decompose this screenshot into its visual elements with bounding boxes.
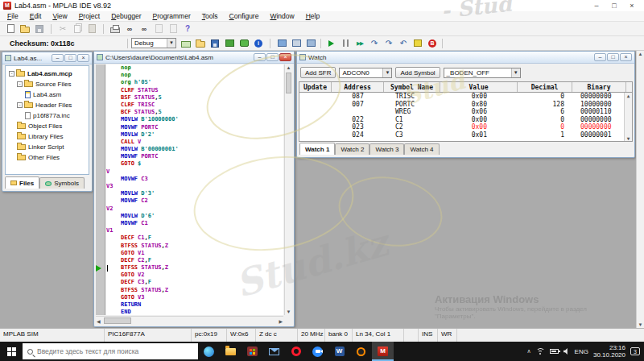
open-file-icon[interactable] xyxy=(19,23,31,35)
build-options-icon[interactable]: i xyxy=(252,37,265,49)
code-line[interactable]: MOVWF C3 xyxy=(106,176,283,183)
close-icon[interactable]: × xyxy=(623,0,641,11)
step-out-icon[interactable]: ↶ xyxy=(397,37,410,49)
word-icon[interactable]: W xyxy=(328,342,350,361)
watch-row-c1[interactable]: 022C10x00000000000 xyxy=(299,116,632,124)
reset-icon[interactable] xyxy=(411,37,424,49)
tray-clock[interactable]: 23:16 30.10.2020 xyxy=(593,344,625,359)
watch-scrollbar[interactable]: ▲ ▼ xyxy=(624,93,632,141)
code-line[interactable]: V xyxy=(106,168,283,176)
column-header-value[interactable]: Value xyxy=(440,82,518,92)
project-minimize-icon[interactable]: – xyxy=(52,54,64,62)
code-line[interactable]: V3 xyxy=(106,183,283,190)
menu-window[interactable]: Window xyxy=(264,11,299,22)
column-header-binary[interactable]: Binary xyxy=(572,82,626,92)
code-line[interactable]: MOVWF PORTC xyxy=(106,153,283,160)
project-close-icon[interactable]: × xyxy=(77,54,89,62)
edge-icon[interactable] xyxy=(198,342,220,361)
tab-files[interactable]: Files xyxy=(5,176,39,189)
camera-app-icon[interactable] xyxy=(350,342,372,361)
code-line[interactable]: GOTO V3 xyxy=(106,294,283,301)
code-line[interactable]: MOVLW B'10000000' xyxy=(106,116,283,123)
find-icon[interactable]: ∞ xyxy=(123,23,136,35)
print-icon[interactable] xyxy=(109,23,122,35)
tab-watch-3[interactable]: Watch 3 xyxy=(369,143,404,155)
code-line[interactable]: MOVLW B'00000001' xyxy=(106,146,283,153)
code-line[interactable]: END xyxy=(106,309,283,315)
code-line[interactable]: MOVLW D'6' xyxy=(106,213,283,220)
editor-gutter[interactable] xyxy=(96,64,105,315)
zoom-icon[interactable] xyxy=(307,342,328,361)
code-line[interactable]: BTFSS STATUS,Z xyxy=(106,264,283,272)
code-line[interactable]: MOVLW D'2' xyxy=(106,131,283,139)
symbol-select[interactable]: _BODEN_OFF▼ xyxy=(444,68,521,78)
menu-edit[interactable]: Edit xyxy=(24,11,47,22)
code-line[interactable]: RETURN xyxy=(106,301,283,309)
save-file-icon[interactable] xyxy=(33,23,46,35)
speaker-icon[interactable] xyxy=(564,348,570,355)
tab-watch-1[interactable]: Watch 1 xyxy=(299,143,335,155)
build-icon[interactable] xyxy=(223,37,236,49)
opera-icon[interactable] xyxy=(285,342,307,361)
scroll-left-icon[interactable]: ◀ xyxy=(97,318,101,324)
watch-row-portc[interactable]: 007PORTC0x8012810000000 xyxy=(299,101,632,109)
project-window-titlebar[interactable]: Lab4.as... – □ × xyxy=(2,52,92,64)
make-icon[interactable] xyxy=(237,37,250,49)
code-line[interactable]: BCF STATUS,5 xyxy=(106,109,283,116)
watch-row-c2[interactable]: 023C20x00000000000 xyxy=(299,123,632,131)
watch-maximize-icon[interactable]: □ xyxy=(607,53,619,61)
tree-item-lab4-asm[interactable]: Lab4.asm xyxy=(7,89,89,100)
run-icon[interactable] xyxy=(324,37,337,49)
tray-expand-icon[interactable]: ∧ xyxy=(526,348,530,355)
new-file-icon[interactable] xyxy=(4,23,17,35)
tree-item-linker-script[interactable]: Linker Script xyxy=(7,142,89,152)
code-line[interactable]: MOVWF C2 xyxy=(106,197,283,205)
mplab-taskbar-icon[interactable]: M xyxy=(372,342,394,361)
code-line[interactable]: GOTO $ xyxy=(106,160,283,168)
step-over-icon[interactable]: ↷ xyxy=(382,37,395,49)
watch-close-icon[interactable]: × xyxy=(620,53,632,61)
tree-item-lab4-asm-mcp[interactable]: -Lab4.asm.mcp xyxy=(7,68,89,79)
find-next-icon[interactable]: ∞ xyxy=(138,23,151,35)
animate-icon[interactable]: ▶▶ xyxy=(353,37,366,49)
language-indicator[interactable]: ENG xyxy=(575,348,588,355)
breakpoints-icon[interactable]: B xyxy=(426,37,439,49)
menu-programmer[interactable]: Programmer xyxy=(147,11,196,22)
code-line[interactable]: BTFSS STATUS,Z xyxy=(106,287,283,294)
start-button[interactable] xyxy=(0,342,23,361)
column-header-decimal[interactable]: Decimal xyxy=(518,82,572,92)
mdi-vertical-scrollbar[interactable]: ▲ ▼ xyxy=(636,51,644,328)
save-workspace-icon[interactable] xyxy=(208,37,221,49)
tree-collapse-icon[interactable]: - xyxy=(17,102,23,108)
tree-collapse-icon[interactable]: - xyxy=(9,71,14,77)
code-line[interactable]: V2 xyxy=(106,205,283,213)
code-line[interactable]: nop xyxy=(106,72,283,79)
tab-watch-2[interactable]: Watch 2 xyxy=(335,143,369,155)
scroll-down-icon[interactable]: ▼ xyxy=(625,135,632,141)
taskbar-search[interactable] xyxy=(23,343,198,359)
paste-icon[interactable] xyxy=(85,23,98,35)
watch-window-titlebar[interactable]: Watch – □ × xyxy=(297,52,634,64)
tree-item-other-files[interactable]: Other Files xyxy=(7,152,89,163)
build-config-select[interactable]: Debug▼ xyxy=(131,38,176,48)
halt-icon[interactable] xyxy=(339,37,352,49)
help-icon[interactable]: ? xyxy=(181,23,194,35)
goto-bookmark-icon[interactable] xyxy=(167,23,180,35)
add-sfr-button[interactable]: Add SFR xyxy=(300,67,336,78)
main-titlebar[interactable]: M Lab4.asm - MPLAB IDE v8.92 – □ × xyxy=(0,0,644,11)
tree-item-object-files[interactable]: Object Files xyxy=(7,121,89,131)
code-line[interactable]: DECF C3,F xyxy=(106,279,283,286)
tree-collapse-icon[interactable]: - xyxy=(17,81,23,87)
code-line[interactable]: MOVWF C1 xyxy=(106,220,283,227)
code-line[interactable]: BTFSS STATUS,Z xyxy=(106,243,283,250)
column-header-symbol-name[interactable]: Symbol Name xyxy=(384,82,440,92)
code-line[interactable]: CLRF TRISC xyxy=(106,102,283,109)
editor-window-titlebar[interactable]: C:\Users\daure\Documents\Lab4.asm – □ × xyxy=(94,52,294,64)
tree-item-source-files[interactable]: -Source Files xyxy=(7,79,89,89)
code-line[interactable]: BSF STATUS,5 xyxy=(106,94,283,102)
scroll-up-icon[interactable]: ▲ xyxy=(637,52,644,56)
menu-debugger[interactable]: Debugger xyxy=(105,11,147,22)
program-target-icon[interactable] xyxy=(275,37,288,49)
copy-icon[interactable] xyxy=(71,23,84,35)
wifi-icon[interactable] xyxy=(536,348,545,355)
